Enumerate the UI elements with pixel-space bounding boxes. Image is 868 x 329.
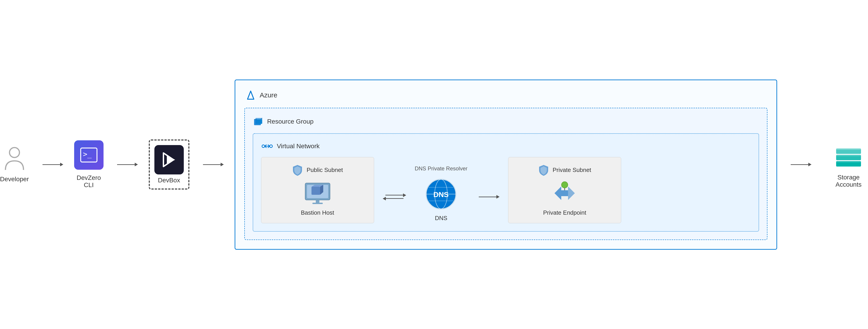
public-subnet-header: Public Subnet [292, 164, 343, 176]
arrow-line-2 [117, 164, 135, 165]
svg-rect-21 [311, 187, 320, 195]
resource-group-icon [253, 116, 264, 127]
diagram: Developer >_ DevZero CLI [0, 0, 868, 329]
azure-label: Azure [260, 91, 277, 99]
public-subnet-label: Public Subnet [307, 167, 343, 173]
svg-marker-34 [561, 187, 575, 200]
right-arrowhead [403, 193, 406, 197]
right-arrow [385, 195, 403, 195]
vnet-box: Virtual Network Pub [253, 133, 759, 232]
svg-rect-40 [836, 149, 861, 150]
bidir-arrow-container [385, 195, 403, 199]
svg-point-13 [270, 145, 272, 147]
arrow-line-3 [203, 164, 221, 165]
arrow-devbox-to-azure [203, 164, 221, 165]
resource-group-header: Resource Group [253, 116, 759, 127]
bastion-host-label: Bastion Host [301, 209, 334, 216]
devbox-actor: DevBox [149, 139, 189, 190]
terminal-icon: >_ [80, 147, 98, 163]
devzero-cli-actor: >_ DevZero CLI [74, 140, 103, 189]
left-arrowhead [383, 197, 386, 200]
private-subnet-shield-icon [538, 164, 549, 176]
azure-header: Azure [244, 89, 767, 101]
private-subnet-box: Private Subnet [508, 157, 621, 223]
right-arrow-line [385, 195, 403, 195]
svg-rect-9 [257, 119, 262, 124]
storage-accounts-icon [834, 141, 863, 170]
private-subnet-label: Private Subnet [553, 167, 591, 173]
arrow-dns-to-pe [479, 197, 497, 197]
arrow-dev-to-cli [42, 164, 61, 165]
private-endpoint-label: Private Endpoint [543, 209, 586, 216]
svg-point-12 [262, 145, 265, 147]
devbox-icon [154, 145, 184, 174]
devbox-logo-icon [159, 150, 179, 170]
svg-rect-42 [836, 161, 861, 162]
dns-resolver-component: DNS Private Resolver [415, 165, 467, 222]
svg-text:>_: >_ [83, 150, 92, 158]
private-endpoint-component: Private Endpoint [543, 181, 586, 216]
developer-icon [3, 146, 26, 171]
dns-resolver-title-label: DNS Private Resolver [415, 165, 467, 172]
developer-label: Developer [0, 175, 29, 183]
private-endpoint-icon [550, 181, 579, 206]
private-subnet-header: Private Subnet [538, 164, 591, 176]
svg-point-0 [9, 147, 20, 158]
bastion-host-component: Bastion Host [301, 181, 334, 216]
content-area: Developer >_ DevZero CLI [0, 79, 868, 250]
svg-point-35 [561, 182, 568, 188]
left-arrow-line [385, 198, 403, 199]
svg-rect-41 [836, 155, 861, 156]
dns-label: DNS [435, 215, 447, 222]
arrow-pe-to-storage [791, 164, 809, 165]
azure-logo-icon [244, 89, 256, 101]
azure-box: Azure Resource Group [235, 79, 777, 250]
arrow-line-1 [42, 164, 61, 165]
svg-marker-4 [167, 156, 175, 164]
public-subnet-box: Public Subnet [261, 157, 374, 223]
subnets-row: Public Subnet [261, 157, 751, 223]
arrow-line-4 [479, 197, 497, 197]
devbox-label: DevBox [158, 177, 180, 184]
vnet-header: Virtual Network [261, 142, 751, 151]
svg-rect-25 [312, 203, 323, 204]
bastion-host-icon [303, 181, 332, 206]
dns-globe-icon: DNS [424, 177, 458, 211]
devzero-cli-label: DevZero CLI [74, 174, 103, 189]
arrow-cli-to-devbox [117, 164, 135, 165]
vnet-icon [261, 142, 273, 151]
resource-group-label: Resource Group [267, 118, 313, 125]
arrow-line-5 [791, 164, 809, 165]
vnet-label: Virtual Network [277, 142, 320, 150]
svg-text:DNS: DNS [434, 191, 449, 199]
developer-actor: Developer [0, 146, 29, 183]
svg-rect-24 [316, 200, 319, 203]
storage-accounts-label: Storage Accounts [829, 174, 868, 188]
svg-marker-5 [248, 91, 254, 99]
storage-accounts-component: Storage Accounts [829, 141, 868, 188]
public-subnet-shield-icon [292, 164, 303, 176]
devzero-cli-icon: >_ [74, 140, 103, 170]
left-arrow [385, 198, 403, 199]
resource-group-box: Resource Group [244, 108, 767, 240]
